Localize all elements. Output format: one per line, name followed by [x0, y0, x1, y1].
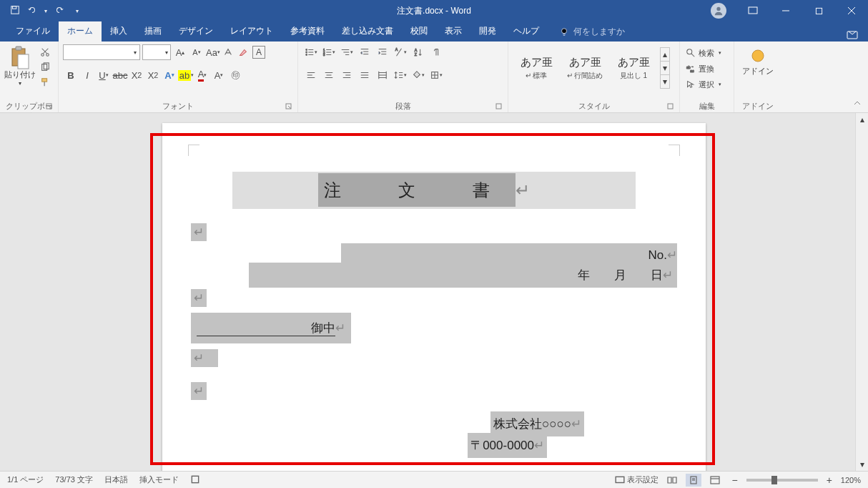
zoom-thumb[interactable]: [771, 476, 777, 484]
page[interactable]: 注 文 書↵ ↵ No.↵ 年 月 日↵ ↵ 御中↵ ↵ ↵ 株式会社○○○○↵…: [162, 123, 706, 471]
align-left-button[interactable]: [302, 67, 320, 83]
shrink-font-button[interactable]: A▾: [189, 44, 204, 60]
tell-me-search[interactable]: 何をしますか: [553, 22, 631, 42]
decrease-indent-button[interactable]: [356, 44, 373, 60]
paste-dropdown[interactable]: ▾: [19, 80, 21, 87]
underline-button[interactable]: U▾: [96, 67, 112, 83]
style-down-button[interactable]: ▾: [661, 62, 669, 75]
redo-icon[interactable]: [54, 5, 64, 17]
font-color-button[interactable]: A▾: [194, 67, 210, 83]
tab-draw[interactable]: 描画: [136, 21, 170, 42]
zoom-level[interactable]: 120%: [841, 476, 861, 484]
tab-view[interactable]: 表示: [436, 21, 470, 42]
collapse-ribbon-button[interactable]: [852, 98, 864, 109]
tab-file[interactable]: ファイル: [7, 21, 59, 42]
addin-button[interactable]: アドイン: [742, 49, 774, 77]
display-settings[interactable]: 表示設定: [615, 474, 659, 485]
strikethrough-button[interactable]: abc: [112, 67, 128, 83]
clipboard-launcher-icon[interactable]: [45, 102, 54, 111]
scroll-up-button[interactable]: ▴: [856, 113, 868, 126]
align-right-button[interactable]: [338, 67, 355, 83]
tab-help[interactable]: ヘルプ: [505, 21, 548, 42]
tab-developer[interactable]: 開発: [470, 21, 505, 42]
undo-icon[interactable]: [27, 5, 37, 17]
doc-title-line[interactable]: 注 文 書↵: [191, 166, 677, 215]
highlight-button[interactable]: ab▾: [178, 67, 194, 83]
bullets-button[interactable]: ▾: [302, 44, 320, 60]
ribbon-display-icon[interactable]: [736, 0, 769, 21]
tab-references[interactable]: 参考資料: [282, 21, 333, 42]
minimize-button[interactable]: [769, 0, 802, 21]
insert-mode[interactable]: 挿入モード: [139, 474, 179, 485]
maximize-button[interactable]: [802, 0, 835, 21]
scroll-down-button[interactable]: ▾: [856, 458, 868, 471]
replace-button[interactable]: abac置換: [684, 62, 716, 76]
line-spacing-button[interactable]: ▾: [392, 67, 409, 83]
shading-button[interactable]: ▾: [410, 67, 427, 83]
cut-icon[interactable]: [40, 47, 50, 59]
read-mode-button[interactable]: [664, 474, 680, 487]
show-marks-button[interactable]: [428, 44, 445, 60]
undo-dropdown[interactable]: ▾: [44, 8, 47, 14]
tab-insert[interactable]: 挿入: [102, 21, 136, 42]
select-button[interactable]: 選択▾: [684, 77, 723, 92]
share-icon[interactable]: [845, 27, 859, 42]
font-launcher-icon[interactable]: [285, 102, 293, 111]
increase-indent-button[interactable]: [374, 44, 391, 60]
paragraph-launcher-icon[interactable]: [495, 102, 503, 111]
style-normal[interactable]: あア亜 ↵ 標準: [513, 47, 560, 89]
align-center-button[interactable]: [320, 67, 337, 83]
word-count[interactable]: 73/73 文字: [55, 474, 93, 485]
sort-button[interactable]: AZ: [410, 44, 427, 60]
document-area[interactable]: 注 文 書↵ ↵ No.↵ 年 月 日↵ ↵ 御中↵ ↵ ↵ 株式会社○○○○↵…: [0, 113, 868, 471]
scroll-track[interactable]: [856, 126, 868, 458]
distribute-button[interactable]: [374, 67, 391, 83]
paste-button[interactable]: 貼り付け ▾: [4, 44, 36, 87]
page-count[interactable]: 1/1 ページ: [7, 474, 44, 485]
clear-formatting-button[interactable]: [236, 44, 250, 60]
asian-layout-button[interactable]: A▾: [392, 44, 409, 60]
text-effects-button[interactable]: A▾: [162, 67, 177, 83]
macro-status-icon[interactable]: [190, 474, 200, 486]
style-no-spacing[interactable]: あア亜 ↵ 行間詰め: [561, 47, 608, 89]
char-border-button[interactable]: A: [252, 46, 265, 59]
style-more-button[interactable]: ▾: [661, 75, 669, 88]
format-painter-icon[interactable]: [40, 77, 50, 89]
close-button[interactable]: [835, 0, 868, 21]
copy-icon[interactable]: [40, 62, 50, 74]
save-icon[interactable]: [10, 5, 20, 17]
tab-layout[interactable]: レイアウト: [222, 21, 282, 42]
grow-font-button[interactable]: A▴: [173, 44, 187, 60]
web-layout-button[interactable]: [707, 474, 723, 487]
numbering-button[interactable]: 123▾: [320, 44, 337, 60]
print-layout-button[interactable]: [686, 474, 701, 487]
style-heading1[interactable]: あア亜 見出し 1: [610, 47, 657, 89]
language[interactable]: 日本語: [104, 474, 128, 485]
italic-button[interactable]: I: [79, 67, 95, 83]
superscript-button[interactable]: X2: [145, 67, 161, 83]
char-shading-button[interactable]: A▾: [211, 67, 227, 83]
change-case-button[interactable]: Aa▾: [206, 44, 220, 60]
justify-button[interactable]: [356, 67, 373, 83]
style-up-button[interactable]: ▴: [661, 48, 669, 62]
multilevel-button[interactable]: ▾: [338, 44, 355, 60]
tab-design[interactable]: デザイン: [170, 21, 222, 42]
borders-button[interactable]: ▾: [428, 67, 445, 83]
zoom-out-button[interactable]: −: [729, 474, 740, 486]
tab-mailings[interactable]: 差し込み文書: [333, 21, 402, 42]
zoom-in-button[interactable]: +: [824, 474, 835, 486]
font-size-combo[interactable]: ▾: [142, 44, 171, 60]
enclose-char-button[interactable]: ㊞: [227, 67, 243, 83]
bold-button[interactable]: B: [63, 67, 79, 83]
zoom-slider[interactable]: [746, 479, 818, 482]
subscript-button[interactable]: X2: [129, 67, 144, 83]
user-avatar[interactable]: [711, 3, 726, 19]
qat-customize[interactable]: ▾: [76, 8, 79, 14]
styles-launcher-icon[interactable]: [666, 102, 675, 111]
font-name-combo[interactable]: ▾: [63, 44, 140, 60]
tab-home[interactable]: ホーム: [59, 21, 102, 42]
vertical-scrollbar[interactable]: ▴ ▾: [855, 113, 868, 471]
phonetic-guide-button[interactable]: [222, 44, 234, 60]
document-content[interactable]: 注 文 書↵ ↵ No.↵ 年 月 日↵ ↵ 御中↵ ↵ ↵ 株式会社○○○○↵…: [162, 123, 706, 455]
find-button[interactable]: 検索▾: [684, 46, 723, 60]
